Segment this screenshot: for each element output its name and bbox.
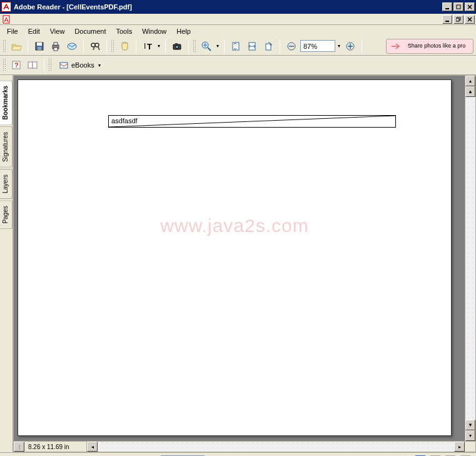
save-button[interactable] xyxy=(32,39,47,54)
chevron-down-icon: ▾ xyxy=(97,63,102,68)
svg-rect-7 xyxy=(37,43,42,46)
svg-rect-8 xyxy=(38,47,41,50)
svg-text:T: T xyxy=(147,42,152,51)
menu-window[interactable]: Window xyxy=(138,26,171,36)
svg-point-18 xyxy=(176,45,179,48)
menu-document[interactable]: Document xyxy=(70,26,110,36)
toolbar-area: IT ▾ ▾ 87% ▾ Share photos like a pro ? e… xyxy=(0,37,476,75)
fit-page-button[interactable] xyxy=(228,39,243,54)
side-tabs: Bookmarks Signatures Layers Pages xyxy=(0,75,13,452)
toolbar-separator xyxy=(83,39,84,53)
svg-point-13 xyxy=(91,43,95,47)
toolbar-separator xyxy=(28,39,28,53)
share-photos-button[interactable]: Share photos like a pro xyxy=(386,39,473,54)
page-dimensions: 8.26 x 11.69 in xyxy=(24,442,87,452)
ebook-icon xyxy=(59,60,69,70)
window-title: Adobe Reader - [CellEventsPDF.pdf] xyxy=(14,3,442,11)
diagonal-line-icon xyxy=(109,116,395,127)
zoom-in-button[interactable] xyxy=(199,39,214,54)
toolbar-grip[interactable] xyxy=(111,39,114,53)
vertical-scrollbar[interactable]: ▴ ▲ ▼ ▾ xyxy=(465,76,475,441)
toolbar-separator xyxy=(362,39,362,53)
menu-view[interactable]: View xyxy=(46,26,69,36)
table-cell: asdfasdf xyxy=(108,115,396,128)
zoom-level-input[interactable]: 87% xyxy=(300,40,335,52)
svg-rect-3 xyxy=(445,21,449,22)
print-button[interactable] xyxy=(48,39,63,54)
search-button[interactable] xyxy=(88,39,103,54)
hand-tool-button[interactable] xyxy=(117,39,132,54)
mdi-bar xyxy=(0,14,476,25)
help-button[interactable]: ? xyxy=(9,58,24,73)
open-button[interactable] xyxy=(9,39,24,54)
svg-rect-5 xyxy=(456,18,459,21)
tab-pages[interactable]: Pages xyxy=(0,200,13,229)
zoom-level-dropdown-icon[interactable]: ▾ xyxy=(337,43,342,49)
svg-line-31 xyxy=(109,116,395,127)
minimize-button[interactable] xyxy=(442,3,452,11)
vscroll-track[interactable] xyxy=(465,97,475,420)
toolbar-separator xyxy=(44,58,44,72)
hscroll-track[interactable] xyxy=(98,442,454,452)
svg-point-12 xyxy=(68,43,76,49)
menu-edit[interactable]: Edit xyxy=(24,26,44,36)
toolbar-separator xyxy=(136,39,136,53)
zoom-out-button[interactable] xyxy=(284,39,299,54)
mdi-buttons xyxy=(442,15,475,24)
scroll-down-button-2[interactable]: ▾ xyxy=(465,430,475,441)
fit-width-button[interactable] xyxy=(245,39,260,54)
mdi-close-button[interactable] xyxy=(465,15,475,24)
document-icon xyxy=(1,14,11,24)
tab-bookmarks[interactable]: Bookmarks xyxy=(0,80,13,125)
maximize-button[interactable] xyxy=(453,3,463,11)
toolbar-row-2: ? eBooks ▾ xyxy=(0,56,476,74)
zoom-in-plus-button[interactable] xyxy=(343,39,358,54)
toolbar-grip[interactable] xyxy=(193,39,196,53)
menu-file[interactable]: File xyxy=(3,26,23,36)
email-button[interactable] xyxy=(64,39,79,54)
ebooks-button[interactable]: eBooks ▾ xyxy=(54,58,106,73)
share-text: Share photos like a pro xyxy=(404,43,469,49)
svg-text:I: I xyxy=(144,42,146,51)
svg-rect-1 xyxy=(457,5,460,9)
titlebar: Adobe Reader - [CellEventsPDF.pdf] xyxy=(0,0,476,14)
zoom-dropdown-icon[interactable]: ▾ xyxy=(215,43,220,49)
menu-tools[interactable]: Tools xyxy=(112,26,137,36)
svg-rect-19 xyxy=(175,43,178,44)
scroll-up-button[interactable]: ▴ xyxy=(465,76,475,86)
reading-button[interactable] xyxy=(25,58,40,73)
select-dropdown-icon[interactable]: ▾ xyxy=(156,43,161,49)
scroll-up-button-2[interactable]: ▲ xyxy=(465,86,475,97)
bottom-navbar: ◂◂ ◂ 1 of 1 ▸ ▸▸ xyxy=(0,452,476,456)
page-viewport[interactable]: asdfasdf www.java2s.com xyxy=(14,76,465,441)
toolbar-grip[interactable] xyxy=(3,39,6,53)
scroll-corner xyxy=(465,442,475,452)
document-scroll: asdfasdf www.java2s.com ▴ ▲ ▼ ▾ xyxy=(14,76,475,441)
select-text-button[interactable]: IT xyxy=(140,39,155,54)
document-area: asdfasdf www.java2s.com ▴ ▲ ▼ ▾ ⋮ 8.26 x… xyxy=(13,75,476,452)
rotate-button[interactable] xyxy=(261,39,276,54)
menu-help[interactable]: Help xyxy=(172,26,195,36)
hscroll-right-button[interactable]: ▸ xyxy=(454,442,465,452)
mdi-minimize-button[interactable] xyxy=(442,15,452,24)
pdf-page: asdfasdf www.java2s.com xyxy=(18,79,452,436)
snapshot-button[interactable] xyxy=(170,39,185,54)
watermark-text: www.java2s.com xyxy=(160,215,308,236)
svg-rect-11 xyxy=(54,48,58,51)
arrow-icon xyxy=(390,41,400,51)
toolbar-grip[interactable] xyxy=(3,58,6,72)
tab-signatures[interactable]: Signatures xyxy=(0,126,13,168)
svg-rect-30 xyxy=(60,63,68,68)
hscroll-left-button[interactable]: ◂ xyxy=(87,442,98,452)
hscroll-left-handle[interactable]: ⋮ xyxy=(14,442,24,452)
toolbar-grip[interactable] xyxy=(48,58,52,72)
mdi-restore-button[interactable] xyxy=(453,15,463,24)
menubar: File Edit View Document Tools Window Hel… xyxy=(0,25,476,37)
toolbar-separator xyxy=(165,39,166,53)
app-icon xyxy=(1,2,11,12)
close-button[interactable] xyxy=(465,3,475,11)
tab-layers[interactable]: Layers xyxy=(0,169,13,199)
ebooks-label: eBooks xyxy=(71,61,94,69)
scroll-down-button[interactable]: ▼ xyxy=(465,420,475,430)
toolbar-separator xyxy=(224,39,225,53)
